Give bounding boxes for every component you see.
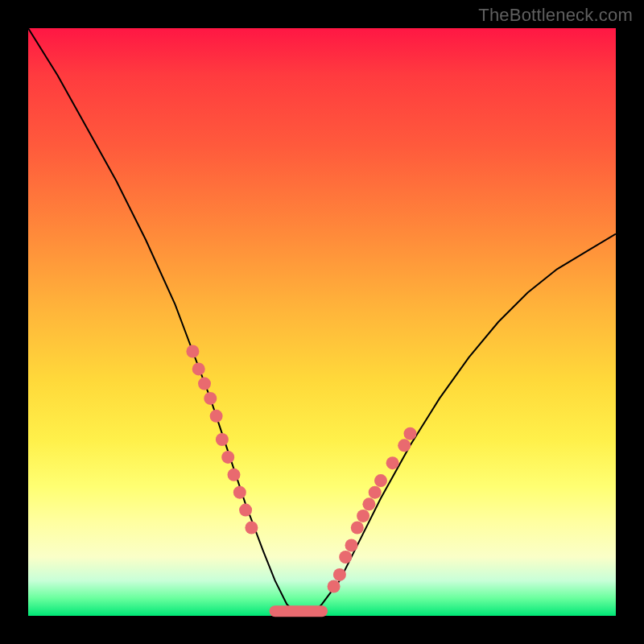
highlight-dot: [245, 522, 258, 535]
highlight-dot: [398, 439, 411, 452]
highlight-dot: [357, 510, 369, 522]
highlight-dot: [239, 504, 252, 517]
highlight-dot: [186, 345, 199, 358]
watermark-text: TheBottleneck.com: [478, 5, 633, 26]
chart-frame: TheBottleneck.com: [0, 0, 644, 644]
highlight-dot: [351, 522, 364, 535]
highlight-dot: [404, 427, 417, 440]
highlight-dot: [386, 456, 399, 469]
highlight-dot: [204, 392, 217, 405]
highlight-dot: [369, 486, 382, 499]
highlight-dot: [339, 551, 352, 564]
highlight-dot: [333, 568, 346, 581]
curve-svg: [28, 28, 616, 616]
highlight-dot: [362, 497, 375, 510]
highlight-dot: [345, 539, 358, 551]
highlight-dot: [233, 486, 246, 499]
highlight-dots: [186, 345, 416, 593]
highlight-dot: [216, 433, 229, 446]
highlight-dot: [210, 410, 223, 423]
highlight-dot: [328, 580, 341, 593]
highlight-dot: [198, 378, 211, 390]
bottleneck-curve: [28, 28, 616, 616]
plot-area: [28, 28, 616, 616]
highlight-dot: [221, 451, 234, 464]
highlight-dot: [192, 362, 205, 375]
highlight-dot: [374, 474, 387, 487]
highlight-dot: [228, 469, 241, 481]
